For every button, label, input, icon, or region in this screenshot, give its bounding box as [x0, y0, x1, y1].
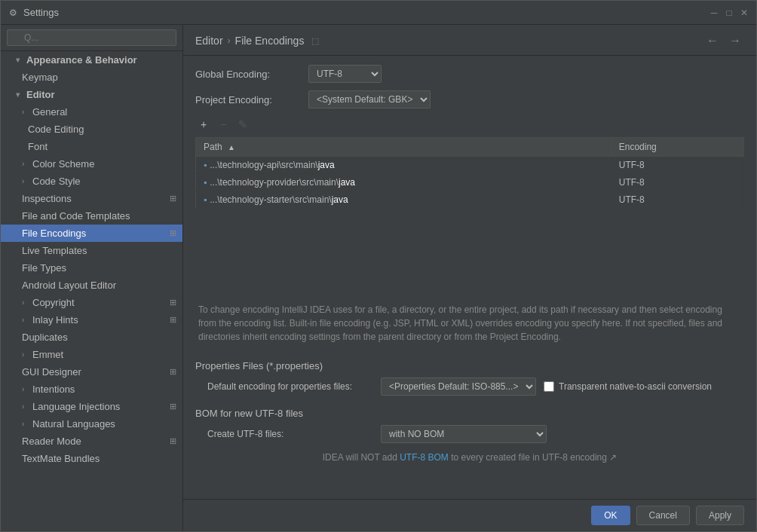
apply-button[interactable]: Apply: [696, 506, 744, 525]
folder-icon: ▪: [204, 160, 207, 170]
sidebar-item-label: Natural Languages: [32, 418, 115, 430]
edit-button[interactable]: ✎: [234, 116, 251, 133]
sidebar-item-label: Keymap: [22, 72, 58, 83]
title-bar: ⚙ Settings ─ □ ✕: [1, 1, 756, 25]
table-row[interactable]: ▪ ...\technology-provider\src\main\java …: [196, 174, 744, 191]
bom-info-suffix: to every created file in UTF-8 encoding …: [449, 452, 617, 463]
minimize-button[interactable]: ─: [708, 7, 720, 19]
chevron-right-icon: ›: [22, 177, 29, 185]
encoding-cell: UTF-8: [611, 174, 743, 191]
right-panel: Editor › File Encodings ⬚ ← → Global Enc…: [183, 25, 756, 531]
sidebar-item-gui-designer[interactable]: GUI Designer ⊞: [1, 363, 182, 381]
sidebar-item-file-encodings[interactable]: File Encodings ⊞: [1, 225, 182, 242]
project-encoding-select[interactable]: <System Default: GBK> UTF-8 UTF-16 ISO-8…: [308, 90, 431, 109]
sidebar-item-label: Live Templates: [22, 245, 87, 256]
sidebar-item-label: File Encodings: [22, 228, 86, 239]
folder-icon: ▪: [204, 194, 207, 205]
sidebar-item-label: File and Code Templates: [22, 210, 130, 222]
sidebar-item-emmet[interactable]: › Emmet: [1, 346, 182, 363]
sidebar-item-code-style[interactable]: › Code Style: [1, 173, 182, 190]
path-cell: ▪ ...\technology-api\src\main\java: [204, 160, 603, 170]
info-text: To change encoding IntelliJ IDEA uses fo…: [195, 295, 744, 351]
properties-encoding-select[interactable]: <Properties Default: ISO-885...> UTF-8 U…: [381, 378, 536, 396]
forward-button[interactable]: →: [726, 32, 744, 49]
project-encoding-label: Project Encoding:: [195, 94, 301, 105]
back-button[interactable]: ←: [703, 32, 722, 49]
sidebar-item-textmate-bundles[interactable]: TextMate Bundles: [1, 450, 182, 467]
path-bold: java: [332, 194, 348, 205]
search-box: 🔍: [1, 25, 182, 51]
properties-section: Properties Files (*.properties) Default …: [195, 360, 744, 396]
sidebar-item-natural-languages[interactable]: › Natural Languages: [1, 415, 182, 433]
sidebar-item-color-scheme[interactable]: › Color Scheme: [1, 155, 182, 173]
settings-icon: ⊞: [170, 194, 176, 203]
create-utf8-row: Create UTF-8 files: with NO BOM with BOM…: [195, 425, 744, 443]
sidebar-item-inlay-hints[interactable]: › Inlay Hints ⊞: [1, 311, 182, 329]
panel-footer: OK Cancel Apply: [183, 499, 756, 531]
create-utf8-select[interactable]: with NO BOM with BOM with BOM (Mac) with…: [381, 425, 547, 443]
table-row[interactable]: ▪ ...\technology-api\src\main\java UTF-8: [196, 157, 744, 174]
panel-header: Editor › File Encodings ⬚ ← →: [183, 25, 756, 56]
add-button[interactable]: +: [195, 116, 212, 133]
ok-button[interactable]: OK: [591, 506, 630, 525]
global-encoding-select[interactable]: UTF-8 UTF-16 ISO-8859-1 US-ASCII GBK: [308, 65, 382, 83]
sidebar-item-android-layout-editor[interactable]: Android Layout Editor: [1, 277, 182, 294]
settings-icon: ⊞: [170, 228, 176, 238]
window-title: Settings: [23, 7, 708, 18]
transparent-conversion-label: Transparent native-to-ascii conversion: [559, 381, 712, 392]
chevron-right-icon: ›: [22, 298, 29, 307]
sidebar-item-general[interactable]: › General: [1, 103, 182, 121]
bom-section-title: BOM for new UTF-8 files: [195, 408, 744, 419]
settings-icon: ⊞: [170, 298, 176, 307]
transparent-conversion-checkbox[interactable]: [544, 381, 554, 392]
sidebar-item-duplicates[interactable]: Duplicates: [1, 329, 182, 346]
bom-link[interactable]: UTF-8 BOM: [400, 452, 449, 463]
sidebar-item-label: Inlay Hints: [32, 314, 78, 326]
sidebar-item-label: Editor: [26, 89, 55, 100]
sidebar-item-font[interactable]: Font: [1, 138, 182, 155]
sidebar-item-label: Reader Mode: [22, 436, 81, 447]
sidebar-item-label: Inspections: [22, 193, 72, 204]
search-input[interactable]: [7, 29, 176, 46]
chevron-right-icon: ›: [22, 316, 29, 324]
path-cell: ▪ ...\technology-starter\src\main\java: [204, 194, 603, 205]
path-prefix: ...\technology-provider\src\main\: [210, 177, 339, 188]
column-header-encoding[interactable]: Encoding: [611, 138, 743, 157]
column-header-path[interactable]: Path ▲: [196, 138, 611, 157]
bom-section: BOM for new UTF-8 files Create UTF-8 fil…: [195, 408, 744, 466]
sidebar-item-intentions[interactable]: › Intentions: [1, 381, 182, 398]
sidebar-item-keymap[interactable]: Keymap: [1, 69, 182, 86]
sidebar-item-editor[interactable]: ▾ Editor: [1, 86, 182, 103]
nav-arrows: ← →: [703, 32, 744, 49]
sidebar-item-label: File Types: [22, 262, 66, 274]
main-content: 🔍 ▾ Appearance & Behavior Keymap ▾ Edito…: [1, 25, 756, 531]
sidebar-item-inspections[interactable]: Inspections ⊞: [1, 190, 182, 207]
sidebar-item-live-templates[interactable]: Live Templates: [1, 242, 182, 259]
breadcrumb-current: File Encodings: [235, 35, 305, 47]
close-button[interactable]: ✕: [738, 7, 750, 19]
sidebar-item-language-injections[interactable]: › Language Injections ⊞: [1, 398, 182, 415]
bom-info-prefix: IDEA will NOT add: [323, 452, 400, 463]
settings-window: ⚙ Settings ─ □ ✕ 🔍 ▾ Appearance & Behavi…: [0, 0, 757, 532]
chevron-right-icon: ›: [22, 160, 29, 168]
panel-body: Global Encoding: UTF-8 UTF-16 ISO-8859-1…: [183, 56, 756, 499]
table-row[interactable]: ▪ ...\technology-starter\src\main\java U…: [196, 191, 744, 209]
breadcrumb-separator: ›: [228, 35, 231, 46]
project-encoding-row: Project Encoding: <System Default: GBK> …: [195, 90, 744, 109]
bom-info: IDEA will NOT add UTF-8 BOM to every cre…: [195, 449, 744, 466]
sidebar-item-copyright[interactable]: › Copyright ⊞: [1, 294, 182, 311]
sidebar-item-reader-mode[interactable]: Reader Mode ⊞: [1, 433, 182, 450]
remove-button[interactable]: −: [215, 116, 231, 133]
sidebar-item-appearance[interactable]: ▾ Appearance & Behavior: [1, 51, 182, 69]
sidebar-item-label: Appearance & Behavior: [26, 54, 137, 66]
maximize-button[interactable]: □: [723, 7, 735, 19]
cancel-button[interactable]: Cancel: [636, 506, 690, 525]
sidebar-item-file-types[interactable]: File Types: [1, 259, 182, 277]
sidebar-item-label: GUI Designer: [22, 366, 81, 378]
properties-section-title: Properties Files (*.properties): [195, 360, 744, 371]
sidebar-item-label: Code Style: [32, 176, 81, 187]
path-prefix: ...\technology-starter\src\main\: [210, 194, 331, 205]
sidebar-item-label: Language Injections: [32, 401, 120, 412]
sidebar-item-code-editing[interactable]: Code Editing: [1, 121, 182, 138]
sidebar-item-file-and-code-templates[interactable]: File and Code Templates: [1, 207, 182, 225]
